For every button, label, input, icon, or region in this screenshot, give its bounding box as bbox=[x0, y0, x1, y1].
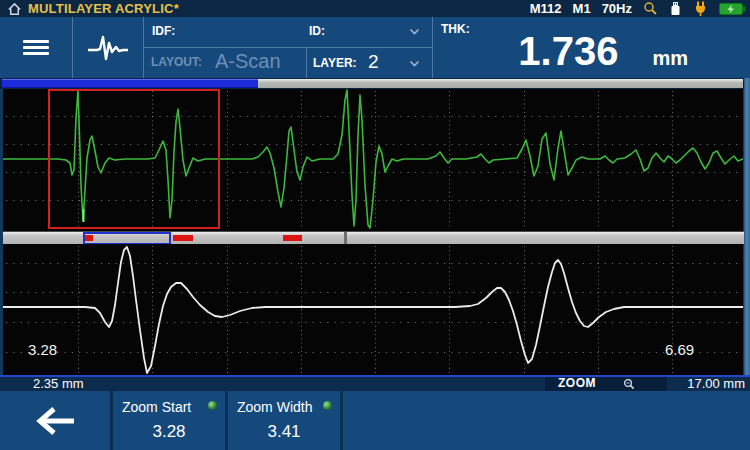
magnifier-icon bbox=[643, 1, 658, 16]
freq-indicator: 70Hz bbox=[602, 1, 632, 16]
control-bar: IDF: ID: LAYOUT: A-Scan LAYER: 2 THK: bbox=[0, 17, 750, 78]
thk-value: 1.736 bbox=[518, 31, 618, 71]
back-button[interactable] bbox=[0, 391, 110, 450]
ascan-trace bbox=[3, 247, 743, 373]
layer-mark bbox=[283, 235, 302, 241]
mode-indicator: M1 bbox=[573, 1, 591, 16]
divider bbox=[340, 391, 343, 450]
bottom-control-bar: Zoom Start 3.28 Zoom Width 3.41 bbox=[0, 391, 750, 450]
zoom-width-value: 3.41 bbox=[228, 422, 340, 442]
file-title: MULTILAYER ACRYLIC* bbox=[28, 1, 179, 16]
zoom-start-button[interactable]: Zoom Start 3.28 bbox=[113, 391, 225, 450]
waveform-icon bbox=[86, 34, 130, 62]
zoom-width-label: Zoom Width bbox=[237, 399, 312, 415]
ascan-trace bbox=[3, 90, 743, 228]
knob-adjust-icon bbox=[208, 401, 217, 410]
battery-icon bbox=[719, 2, 746, 16]
ascan-view-button[interactable] bbox=[73, 17, 143, 78]
zoom-start-readout: 3.28 bbox=[28, 341, 57, 358]
status-indicators: M112 M1 70Hz bbox=[530, 1, 750, 16]
zoom-magnifier-icon bbox=[623, 378, 635, 390]
status-bar: MULTILAYER ACRYLIC* M112 M1 70Hz bbox=[0, 0, 750, 17]
layout-field: LAYOUT: A-Scan bbox=[144, 48, 305, 78]
side-scrollbar[interactable] bbox=[744, 78, 750, 375]
range-max-label: 17.00 mm bbox=[687, 376, 745, 391]
id-dropdown[interactable]: IDF: ID: bbox=[144, 17, 432, 48]
layer-value: 2 bbox=[368, 51, 379, 73]
home-icon[interactable] bbox=[7, 2, 22, 16]
range-info-strip: 2.35 mm ZOOM 17.00 mm bbox=[0, 377, 750, 391]
idf-label: IDF: bbox=[152, 24, 175, 38]
hamburger-icon bbox=[23, 40, 49, 55]
knob-adjust-icon bbox=[323, 401, 332, 410]
progress-fill bbox=[2, 79, 258, 88]
power-plug-icon bbox=[693, 1, 708, 16]
progress-track bbox=[258, 79, 743, 88]
zoom-start-label: Zoom Start bbox=[122, 399, 191, 415]
zoom-mode-button[interactable]: ZOOM bbox=[545, 377, 667, 391]
zoom-end-readout: 6.69 bbox=[665, 341, 694, 358]
zoom-width-button[interactable]: Zoom Width 3.41 bbox=[228, 391, 340, 450]
range-min-label: 2.35 mm bbox=[33, 376, 84, 391]
menu-button[interactable] bbox=[0, 17, 72, 78]
layout-label: LAYOUT: bbox=[151, 55, 202, 69]
layout-value: A-Scan bbox=[215, 50, 281, 73]
ascan-zoom-display: 3.28 6.69 bbox=[3, 244, 743, 375]
probe-model: M112 bbox=[530, 1, 562, 16]
chevron-down-icon bbox=[409, 60, 420, 68]
thickness-gauge-screen: MULTILAYER ACRYLIC* M112 M1 70Hz bbox=[0, 0, 750, 450]
id-label: ID: bbox=[309, 24, 325, 38]
layer-label: LAYER: bbox=[313, 56, 357, 70]
back-arrow-icon bbox=[32, 403, 78, 439]
thk-label: THK: bbox=[441, 22, 470, 36]
ascan-full-display bbox=[3, 89, 743, 231]
thickness-readout: THK: 1.736 mm bbox=[433, 17, 750, 78]
zoom-start-value: 3.28 bbox=[113, 422, 225, 442]
layer-mark bbox=[173, 235, 193, 241]
usb-icon bbox=[669, 1, 682, 16]
chevron-down-icon bbox=[409, 28, 420, 36]
layer-dropdown[interactable]: LAYER: 2 bbox=[307, 48, 432, 78]
range-scrollbar[interactable] bbox=[3, 231, 744, 244]
thk-unit: mm bbox=[652, 47, 688, 70]
id-progress-strip bbox=[0, 78, 750, 89]
zoom-mode-label: ZOOM bbox=[558, 376, 596, 390]
id-panel: IDF: ID: LAYOUT: A-Scan LAYER: 2 bbox=[144, 17, 432, 78]
